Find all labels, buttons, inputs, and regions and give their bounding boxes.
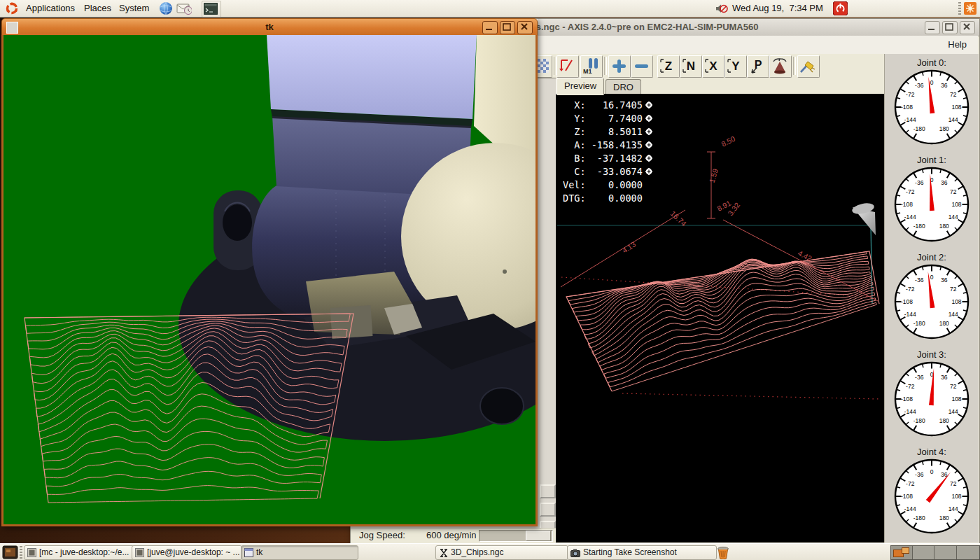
applet-drag-handle[interactable]	[958, 2, 961, 15]
svg-text:144: 144	[948, 214, 958, 220]
svg-text:72: 72	[950, 91, 957, 98]
panel-clock[interactable]: Wed Aug 19, 7:34 PM	[732, 0, 823, 17]
svg-text:108: 108	[951, 298, 961, 305]
email-client-icon[interactable]	[176, 1, 192, 15]
toolbar-clipped-button[interactable]	[536, 55, 552, 78]
svg-text:-108: -108	[901, 298, 913, 305]
toolbar-clear-plot-button[interactable]	[797, 55, 820, 78]
show-desktop-button[interactable]	[2, 545, 18, 559]
taskbar-label: Starting Take Screenshot	[583, 547, 677, 557]
menu-applications[interactable]: Applications	[21, 0, 80, 17]
preview-canvas[interactable]: 8.50 1.59 8.91 3.32 4.42 16.74 4.13 X: 1…	[556, 94, 884, 542]
minimize-icon	[925, 22, 938, 32]
tab-dro[interactable]: DRO	[606, 79, 641, 95]
toolbar-zoom-out-button[interactable]	[631, 55, 653, 78]
dro-row: Y: 7.7400	[563, 112, 653, 125]
svg-text:108: 108	[951, 201, 961, 208]
tk-maximize-button[interactable]	[500, 21, 515, 34]
toolbar-zoom-in-button[interactable]	[608, 55, 631, 78]
web-browser-icon[interactable]	[159, 1, 174, 15]
view-z-icon: Z	[658, 56, 678, 76]
tasklist-drag-handle[interactable]	[20, 546, 22, 559]
dro-row: A: -158.4135	[563, 139, 653, 152]
svg-text:-144: -144	[904, 408, 916, 415]
toolbar-skip-lines-toggle[interactable]	[556, 55, 579, 78]
tk-titlebar[interactable]: tk	[1, 18, 538, 36]
puma-robot-3d-view	[4, 35, 536, 524]
view-perspective-icon: P	[748, 56, 767, 76]
svg-text:1.59: 1.59	[707, 167, 719, 183]
svg-text:Z: Z	[665, 59, 672, 73]
svg-text:0: 0	[930, 274, 934, 281]
menu-places[interactable]: Places	[79, 0, 116, 17]
volume-muted-icon[interactable]	[715, 4, 728, 14]
checker-icon	[536, 56, 550, 76]
svg-text:0: 0	[930, 468, 934, 475]
tk-window-icon	[244, 548, 253, 557]
puma-3d-viewport[interactable]	[1, 35, 538, 526]
homed-icon	[645, 154, 653, 162]
joint-label: Joint 2:	[885, 248, 979, 262]
joint-block: Joint 4:03672108144180-36-72-108-144-180	[885, 443, 979, 540]
taskbar-button-tk[interactable]: tk	[241, 545, 358, 560]
svg-text:-72: -72	[906, 91, 915, 98]
axis-window-title: 3D_Chips.ngc - AXIS 2.4.0~pre on EMC2-HA…	[499, 19, 758, 35]
toolbar-separator	[604, 57, 607, 75]
notification-starburst-icon[interactable]	[964, 2, 976, 15]
workspace-1[interactable]	[891, 546, 913, 559]
dro-readout: X: 16.7405 Y: 7.7400 Z: 8.5011 A: -158.4…	[563, 99, 653, 205]
toolbar-view-p-button[interactable]: P	[747, 55, 769, 78]
terminal-launcher[interactable]	[202, 1, 221, 18]
clipped-jog-button[interactable]	[540, 484, 556, 498]
maximize-icon	[500, 22, 513, 32]
tk-minimize-button[interactable]	[482, 21, 498, 34]
minimize-icon	[483, 22, 496, 32]
svg-text:4.13: 4.13	[621, 239, 638, 254]
menu-help[interactable]: Help	[944, 36, 971, 54]
ubuntu-logo-icon[interactable]	[6, 2, 18, 15]
joint-gauge: 03672108144180-36-72-108-144-180	[892, 165, 971, 244]
jog-slider-handle[interactable]	[526, 531, 551, 541]
taskbar-button-juve-terminal[interactable]: [juve@juve-desktop: ~ ...	[132, 545, 242, 560]
toolbar-separator	[793, 57, 796, 75]
tab-preview[interactable]: Preview	[556, 78, 604, 95]
trash-applet-icon[interactable]	[717, 545, 729, 559]
svg-text:-144: -144	[904, 505, 916, 512]
workspace-4[interactable]	[957, 546, 979, 559]
toolbar-rotate-button[interactable]	[769, 55, 792, 78]
toolbar-view-x-button[interactable]: X	[702, 55, 724, 78]
desktop: 3D_Chips.ngc - AXIS 2.4.0~pre on EMC2-HA…	[0, 0, 980, 560]
taskbar-button-screenshot[interactable]: Starting Take Screenshot	[567, 545, 717, 560]
svg-text:-108: -108	[901, 104, 913, 111]
svg-text:180: 180	[939, 514, 949, 522]
svg-text:Y: Y	[732, 59, 740, 73]
svg-text:36: 36	[941, 276, 948, 284]
svg-text:-72: -72	[906, 480, 915, 487]
svg-text:0: 0	[930, 79, 934, 86]
axis-close-button[interactable]	[960, 21, 975, 34]
svg-text:-180: -180	[913, 320, 925, 327]
axis-maximize-button[interactable]	[942, 21, 958, 34]
taskbar-button-mc[interactable]: [mc - juve-desktop:~/e...	[24, 545, 134, 560]
toolbar-view-y-button[interactable]: Y	[724, 55, 747, 78]
svg-text:72: 72	[950, 286, 957, 293]
clipped-jog-button[interactable]	[540, 503, 556, 517]
axis-minimize-button[interactable]	[925, 21, 940, 34]
taskbar-button-3dchips[interactable]: 3D_Chips.ngc	[435, 545, 568, 560]
toolbar-view-z2-button[interactable]: N	[680, 55, 702, 78]
dro-row: C: -33.0674	[563, 165, 653, 178]
view-y-icon: Y	[725, 56, 745, 76]
view-z-rotated-icon: N	[680, 56, 700, 76]
svg-text:-180: -180	[913, 223, 925, 230]
toolbar-view-z-button[interactable]: Z	[657, 55, 680, 78]
tk-close-button[interactable]	[517, 21, 533, 34]
camera-icon	[570, 549, 580, 557]
menu-system[interactable]: System	[114, 0, 154, 17]
m1-pause-icon: M1	[581, 56, 601, 76]
power-button-icon[interactable]	[833, 1, 848, 15]
terminal-icon	[135, 548, 144, 557]
workspace-3[interactable]	[934, 546, 957, 559]
workspace-2[interactable]	[913, 546, 934, 559]
toolbar-optional-pause-toggle[interactable]: M1	[580, 55, 603, 78]
jog-speed-slider[interactable]	[479, 530, 553, 542]
